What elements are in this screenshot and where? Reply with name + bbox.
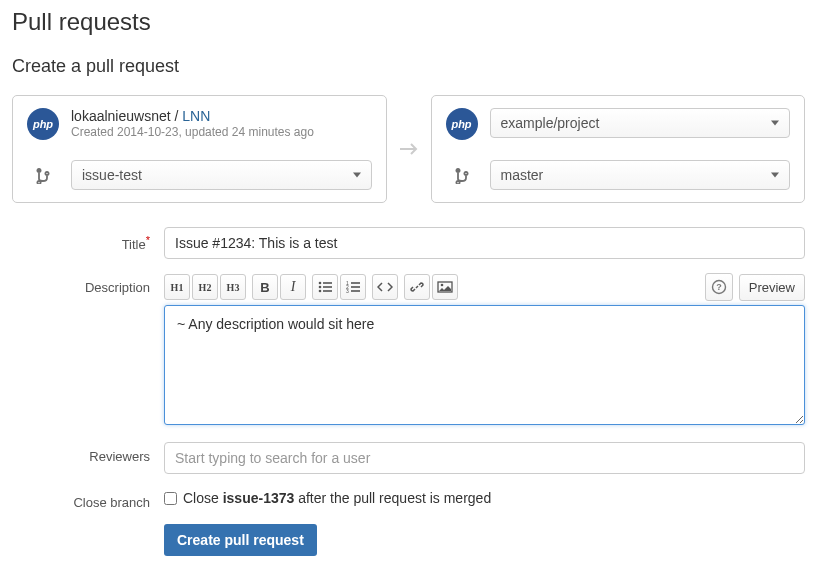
toolbar-code-button[interactable] [372,274,398,300]
toolbar-bold-button[interactable]: B [252,274,278,300]
php-icon: php [27,108,59,140]
source-repo-card: php lokaalnieuwsnet / LNN Created 2014-1… [12,95,387,203]
toolbar-h3-button[interactable]: H3 [220,274,246,300]
svg-rect-11 [351,290,360,292]
preview-button[interactable]: Preview [739,274,805,301]
description-input[interactable] [164,305,805,425]
svg-point-1 [319,286,322,289]
svg-rect-4 [323,286,332,288]
editor-toolbar: H1 H2 H3 B I 123 [164,273,805,301]
svg-rect-3 [323,282,332,284]
close-branch-label: Close branch [12,488,164,510]
target-branch-select[interactable]: master [490,160,791,190]
svg-point-0 [319,282,322,285]
source-repo-meta: Created 2014-10-23, updated 24 minutes a… [71,125,372,139]
page-heading: Pull requests [12,8,805,36]
close-branch-text: Close issue-1373 after the pull request … [183,490,491,506]
toolbar-help-button[interactable]: ? [705,273,733,301]
description-label: Description [12,273,164,428]
target-repo-select[interactable]: example/project [490,108,791,138]
svg-point-13 [441,284,444,287]
page-subheading: Create a pull request [12,56,805,77]
toolbar-ol-button[interactable]: 123 [340,274,366,300]
toolbar-h2-button[interactable]: H2 [192,274,218,300]
svg-rect-9 [351,282,360,284]
caret-down-icon [771,121,779,126]
arrow-right-icon [399,142,419,156]
create-pull-request-button[interactable]: Create pull request [164,524,317,556]
toolbar-link-button[interactable] [404,274,430,300]
reviewers-input[interactable] [164,442,805,474]
title-input[interactable] [164,227,805,259]
source-owner: lokaalnieuwsnet [71,108,171,124]
branch-selection-row: php lokaalnieuwsnet / LNN Created 2014-1… [12,95,805,203]
php-icon: php [446,108,478,140]
svg-rect-10 [351,286,360,288]
svg-text:3: 3 [346,288,349,293]
target-repo-card: php example/project master [431,95,806,203]
source-repo-link[interactable]: LNN [182,108,210,124]
reviewers-label: Reviewers [12,442,164,474]
toolbar-italic-button[interactable]: I [280,274,306,300]
title-label: Title* [12,227,164,259]
svg-text:?: ? [716,282,722,292]
svg-rect-5 [323,290,332,292]
close-branch-checkbox[interactable] [164,492,177,505]
branch-icon [27,166,59,184]
source-branch-select[interactable]: issue-test [71,160,372,190]
branch-icon [446,166,478,184]
toolbar-image-button[interactable] [432,274,458,300]
toolbar-h1-button[interactable]: H1 [164,274,190,300]
caret-down-icon [353,173,361,178]
source-repo-path: lokaalnieuwsnet / LNN [71,108,372,124]
svg-point-2 [319,290,322,293]
toolbar-ul-button[interactable] [312,274,338,300]
caret-down-icon [771,173,779,178]
